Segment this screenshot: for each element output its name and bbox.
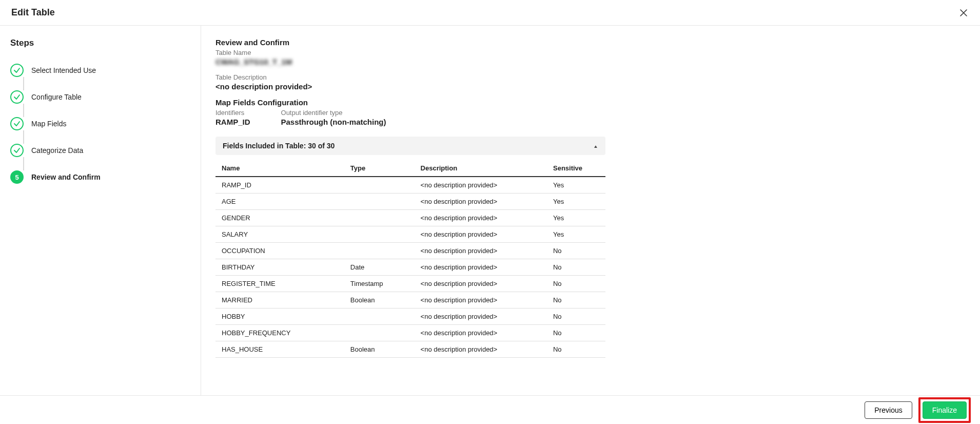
table-row: HAS_HOUSEBoolean<no description provided…	[215, 341, 605, 358]
cell-type	[344, 177, 415, 194]
fields-included-label: Fields Included in Table: 30 of 30	[223, 142, 335, 150]
step-label: Select Intended Use	[31, 66, 96, 74]
table-row: RAMP_ID<no description provided>Yes	[215, 177, 605, 194]
table-row: BIRTHDAYDate<no description provided>No	[215, 259, 605, 276]
cell-sensitive: No	[547, 259, 605, 276]
table-name-label: Table Name	[215, 49, 605, 56]
cell-type	[344, 243, 415, 259]
col-description: Description	[415, 160, 547, 177]
cell-name: SALARY	[215, 226, 344, 243]
cell-type: Timestamp	[344, 276, 415, 292]
cell-name: HOBBY_FREQUENCY	[215, 325, 344, 341]
cell-sensitive: Yes	[547, 194, 605, 210]
col-sensitive: Sensitive	[547, 160, 605, 177]
step-label: Map Fields	[31, 120, 66, 128]
col-name: Name	[215, 160, 344, 177]
table-desc-label: Table Description	[215, 73, 605, 81]
check-icon	[10, 64, 24, 77]
table-row: HOBBY_FREQUENCY<no description provided>…	[215, 325, 605, 341]
cell-type: Boolean	[344, 292, 415, 309]
cell-name: AGE	[215, 194, 344, 210]
cell-sensitive: No	[547, 292, 605, 309]
cell-name: HAS_HOUSE	[215, 341, 344, 358]
cell-name: REGISTER_TIME	[215, 276, 344, 292]
cell-name: BIRTHDAY	[215, 259, 344, 276]
finalize-button[interactable]: Finalize	[923, 401, 967, 419]
chevron-up-icon	[593, 142, 598, 150]
step-number: 5	[10, 170, 24, 184]
table-row: OCCUPATION<no description provided>No	[215, 243, 605, 259]
cell-name: HOBBY	[215, 309, 344, 325]
identifiers-label: Identifiers	[215, 109, 250, 117]
cell-description: <no description provided>	[415, 259, 547, 276]
table-row: REGISTER_TIMETimestamp<no description pr…	[215, 276, 605, 292]
cell-type	[344, 210, 415, 226]
step-connector	[23, 77, 24, 90]
modal-title: Edit Table	[11, 7, 55, 18]
steps-heading: Steps	[10, 38, 190, 48]
step-connector	[23, 157, 24, 170]
cell-type	[344, 194, 415, 210]
fields-table: Name Type Description Sensitive RAMP_ID<…	[215, 160, 605, 358]
previous-button[interactable]: Previous	[865, 401, 912, 419]
map-fields-heading: Map Fields Configuration	[215, 98, 605, 107]
step-list: Select Intended UseConfigure TableMap Fi…	[10, 64, 190, 184]
step-label: Review and Confirm	[31, 173, 101, 181]
cell-sensitive: No	[547, 276, 605, 292]
step-5[interactable]: 5Review and Confirm	[10, 170, 190, 184]
cell-type: Date	[344, 259, 415, 276]
table-row: HOBBY<no description provided>No	[215, 309, 605, 325]
step-connector	[23, 130, 24, 144]
step-4[interactable]: Categorize Data	[10, 144, 190, 157]
step-label: Categorize Data	[31, 146, 83, 155]
cell-type	[344, 325, 415, 341]
fields-accordion-header[interactable]: Fields Included in Table: 30 of 30	[215, 137, 605, 155]
steps-sidebar: Steps Select Intended UseConfigure Table…	[0, 26, 201, 396]
table-row: SALARY<no description provided>Yes	[215, 226, 605, 243]
col-type: Type	[344, 160, 415, 177]
cell-sensitive: Yes	[547, 226, 605, 243]
step-connector	[23, 104, 24, 117]
cell-description: <no description provided>	[415, 325, 547, 341]
step-label: Configure Table	[31, 93, 82, 101]
cell-type	[344, 226, 415, 243]
cell-description: <no description provided>	[415, 226, 547, 243]
check-icon	[10, 90, 24, 104]
cell-name: RAMP_ID	[215, 177, 344, 194]
cell-type: Boolean	[344, 341, 415, 358]
finalize-highlight: Finalize	[918, 397, 971, 423]
cell-sensitive: No	[547, 341, 605, 358]
step-3[interactable]: Map Fields	[10, 117, 190, 130]
review-panel: Review and Confirm Table Name CWAG_STG10…	[201, 26, 980, 396]
cell-description: <no description provided>	[415, 243, 547, 259]
cell-description: <no description provided>	[415, 341, 547, 358]
cell-sensitive: No	[547, 325, 605, 341]
cell-description: <no description provided>	[415, 309, 547, 325]
output-type-label: Output identifier type	[281, 109, 386, 117]
step-1[interactable]: Select Intended Use	[10, 64, 190, 77]
table-row: AGE<no description provided>Yes	[215, 194, 605, 210]
check-icon	[10, 144, 24, 157]
modal-header: Edit Table	[0, 0, 980, 26]
check-icon	[10, 117, 24, 130]
cell-description: <no description provided>	[415, 210, 547, 226]
table-name-value: CWAG_STG10_T_1M	[215, 57, 605, 66]
cell-name: MARRIED	[215, 292, 344, 309]
cell-sensitive: Yes	[547, 177, 605, 194]
identifiers-value: RAMP_ID	[215, 118, 250, 126]
cell-sensitive: Yes	[547, 210, 605, 226]
cell-sensitive: No	[547, 243, 605, 259]
cell-sensitive: No	[547, 309, 605, 325]
cell-description: <no description provided>	[415, 177, 547, 194]
close-icon[interactable]	[958, 8, 969, 18]
step-2[interactable]: Configure Table	[10, 90, 190, 104]
review-heading: Review and Confirm	[215, 38, 605, 47]
table-row: MARRIEDBoolean<no description provided>N…	[215, 292, 605, 309]
output-type-value: Passthrough (non-matching)	[281, 118, 386, 126]
wizard-footer: Previous Finalize	[0, 395, 980, 424]
cell-name: OCCUPATION	[215, 243, 344, 259]
cell-description: <no description provided>	[415, 194, 547, 210]
cell-type	[344, 309, 415, 325]
table-row: GENDER<no description provided>Yes	[215, 210, 605, 226]
table-desc-value: <no description provided>	[215, 82, 605, 91]
